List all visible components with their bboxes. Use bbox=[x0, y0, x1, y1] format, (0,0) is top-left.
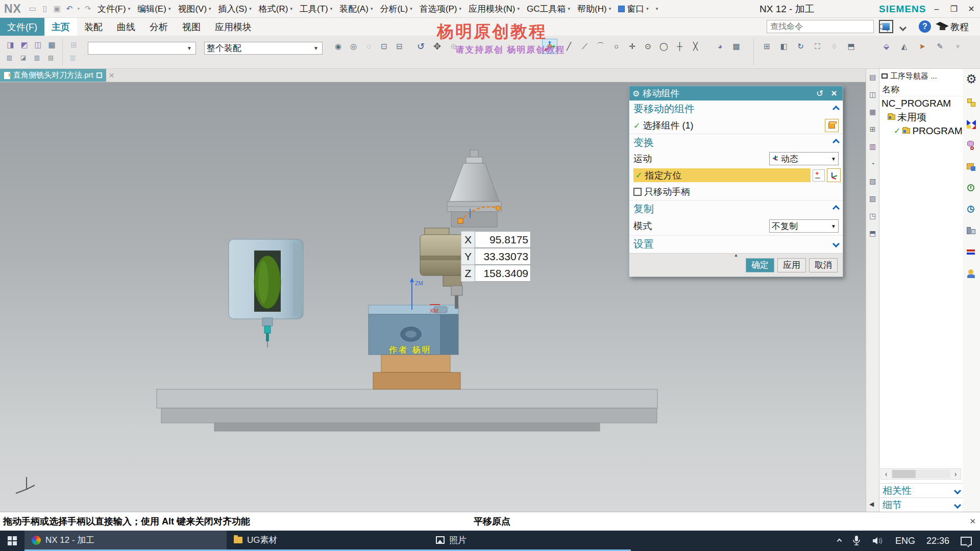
assembly-navigator-mini-icon[interactable]: ▤ bbox=[869, 73, 876, 81]
refresh-icon[interactable]: ↻ bbox=[794, 40, 807, 53]
menu-help[interactable]: 帮助(H)▾ bbox=[574, 0, 615, 17]
show-dof-icon[interactable]: ⊞ bbox=[67, 38, 80, 51]
ellipse-icon[interactable]: ◯ bbox=[657, 40, 670, 53]
tab-analysis[interactable]: 分析 bbox=[142, 18, 175, 36]
fit-window-icon[interactable]: ⛶ bbox=[811, 40, 824, 53]
menu-assemblies[interactable]: 装配(A)▾ bbox=[336, 0, 376, 17]
assembly-constraints-icon[interactable]: ◫ bbox=[32, 38, 44, 51]
fullscreen-icon[interactable] bbox=[879, 20, 893, 33]
manufacturing-wizard-mini-icon[interactable]: ▨ bbox=[869, 194, 876, 203]
render-style-icon[interactable]: ⬙ bbox=[880, 40, 893, 53]
menu-window[interactable]: 窗口▾ bbox=[615, 0, 652, 17]
microphone-icon[interactable] bbox=[852, 535, 861, 546]
mode-dropdown[interactable]: 不复制 ▼ bbox=[769, 219, 839, 233]
cancel-button[interactable]: 取消 bbox=[809, 258, 838, 272]
tree-item-program[interactable]: ✓ PROGRAM bbox=[879, 124, 963, 138]
start-button[interactable] bbox=[0, 531, 24, 551]
navigator-gear-icon[interactable]: ⚙ bbox=[966, 72, 977, 86]
process-studio-icon[interactable] bbox=[966, 226, 976, 236]
redo-icon[interactable]: ↷ bbox=[82, 3, 94, 15]
document-tab-close-icon[interactable]: ✕ bbox=[106, 69, 117, 82]
z-coordinate-input[interactable] bbox=[475, 265, 531, 282]
clock[interactable]: 22:36 bbox=[926, 536, 949, 546]
tab-curve[interactable]: 曲线 bbox=[110, 18, 142, 36]
circle-center-icon[interactable]: ⊙ bbox=[642, 40, 654, 53]
menu-preferences[interactable]: 首选项(P)▾ bbox=[416, 0, 465, 17]
expand-dependencies-icon[interactable] bbox=[954, 487, 961, 494]
taskbar-app-photos[interactable]: 照片 bbox=[429, 531, 631, 551]
apply-button[interactable]: 应用 bbox=[777, 258, 806, 272]
system-scenes-mini-icon[interactable]: ⬒ bbox=[869, 229, 876, 237]
ok-button[interactable]: 确定 bbox=[746, 258, 774, 272]
menu-file[interactable]: 文件(F)▾ bbox=[94, 0, 134, 17]
close-button[interactable]: ✕ bbox=[963, 0, 980, 18]
suppress-component-icon[interactable]: ◪ bbox=[18, 52, 29, 63]
hd3d-tools-icon[interactable] bbox=[966, 183, 976, 193]
lasso-icon[interactable]: ◌ bbox=[362, 40, 375, 53]
history-mini-icon[interactable]: ◔ bbox=[870, 160, 874, 168]
action-center-icon[interactable] bbox=[961, 537, 972, 545]
clip-section-icon[interactable]: ◧ bbox=[777, 40, 790, 53]
remember-constraints-icon[interactable]: ▥ bbox=[67, 52, 78, 63]
wave-link-icon[interactable]: ▨ bbox=[32, 52, 42, 63]
roles-mini-icon[interactable]: ◳ bbox=[869, 212, 876, 220]
navigator-header[interactable]: 工序导航器 ... bbox=[879, 69, 963, 83]
zoom-window-icon[interactable]: ⊞ bbox=[761, 40, 773, 53]
mirror-assembly-icon[interactable]: ▧ bbox=[4, 52, 15, 63]
search-input[interactable] bbox=[767, 22, 879, 31]
angle-head-body[interactable] bbox=[420, 228, 465, 309]
selection-filter-combo[interactable]: ▼ bbox=[88, 42, 196, 55]
save-icon[interactable]: ▣ bbox=[51, 3, 63, 15]
wireframe-icon[interactable]: ◊ bbox=[828, 40, 841, 53]
status-close-icon[interactable]: ✕ bbox=[969, 517, 976, 526]
part-navigator-icon[interactable] bbox=[966, 140, 976, 151]
menu-tools[interactable]: 工具(T)▾ bbox=[296, 0, 336, 17]
measure-icon[interactable]: ⊟ bbox=[393, 40, 406, 53]
sequence-icon[interactable]: ▤ bbox=[45, 52, 56, 63]
navigator-h-scrollbar[interactable]: ‹ › bbox=[880, 468, 961, 480]
taskbar-app-ug-materials[interactable]: UG素材 bbox=[227, 531, 429, 551]
move-component-icon[interactable]: ◩ bbox=[18, 38, 31, 51]
dependencies-section[interactable]: 相关性 bbox=[879, 483, 963, 497]
point-icon[interactable]: ✛ bbox=[626, 40, 639, 53]
menu-analysis[interactable]: 分析(L)▾ bbox=[376, 0, 415, 17]
tab-home[interactable]: 主页 bbox=[44, 18, 77, 36]
view-manager-mini-icon[interactable]: ▥ bbox=[869, 142, 876, 151]
specify-orientation-field[interactable]: ✓ 指定方位 bbox=[633, 168, 811, 182]
section-components-to-move[interactable]: 要移动的组件 bbox=[629, 101, 843, 117]
section-copy[interactable]: 复制 bbox=[629, 200, 843, 217]
section-settings[interactable]: 设置 bbox=[629, 235, 843, 252]
constraint-navigator-icon[interactable] bbox=[966, 119, 976, 129]
menu-edit[interactable]: 编辑(E)▾ bbox=[134, 0, 174, 17]
collapse-panel-icon[interactable]: ◀ bbox=[869, 500, 874, 508]
scrollbar-track[interactable] bbox=[891, 470, 950, 478]
move-handles-checkbox[interactable] bbox=[633, 188, 642, 196]
minimize-button[interactable]: – bbox=[928, 0, 945, 18]
open-file-icon[interactable]: ▯ bbox=[39, 3, 51, 15]
arc-icon[interactable]: ⌒ bbox=[594, 40, 607, 53]
machining-wizard-icon[interactable] bbox=[966, 247, 976, 258]
history-icon[interactable] bbox=[966, 205, 976, 215]
orbit-icon[interactable]: ↺ bbox=[414, 40, 427, 53]
taskbar-app-nx[interactable]: NX 12 - 加工 bbox=[24, 531, 227, 551]
minimize-ribbon-icon[interactable] bbox=[900, 23, 905, 32]
dialog-reset-icon[interactable]: ↺ bbox=[814, 88, 825, 99]
tool-holder-component[interactable] bbox=[447, 150, 501, 227]
assembly-navigator-icon[interactable] bbox=[966, 97, 976, 108]
section-transform[interactable]: 变换 bbox=[629, 134, 843, 151]
pattern-component-icon[interactable]: ▦ bbox=[45, 38, 58, 51]
menu-gc-toolbox[interactable]: GC工具箱▾ bbox=[523, 0, 574, 17]
speaker-icon[interactable] bbox=[872, 536, 884, 546]
select-component-row[interactable]: ✓ 选择组件 (1) bbox=[629, 117, 843, 134]
collapse-transform-icon[interactable] bbox=[832, 139, 840, 146]
x-coordinate-input[interactable] bbox=[475, 231, 531, 248]
scrollbar-thumb[interactable] bbox=[892, 470, 916, 478]
tray-expand-icon[interactable] bbox=[837, 538, 842, 543]
snap-point-icon[interactable]: ◉ bbox=[332, 40, 345, 53]
move-handles-only-row[interactable]: 只移动手柄 bbox=[629, 184, 843, 200]
machine-table[interactable] bbox=[157, 389, 657, 431]
y-coordinate-input[interactable] bbox=[475, 248, 531, 265]
menu-format[interactable]: 格式(R)▾ bbox=[255, 0, 296, 17]
constraint-navigator-mini-icon[interactable]: ◫ bbox=[869, 90, 876, 98]
capture-icon[interactable]: ⊡ bbox=[378, 40, 390, 53]
